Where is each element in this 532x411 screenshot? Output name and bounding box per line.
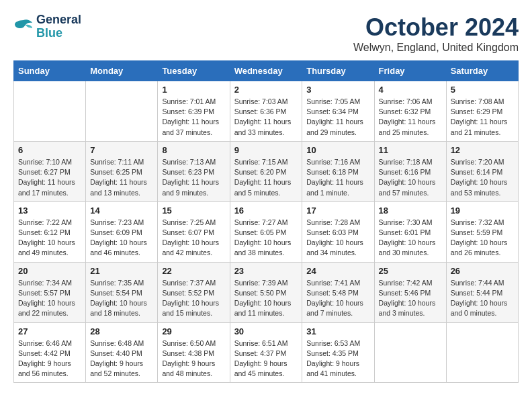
- calendar-table: SundayMondayTuesdayWednesdayThursdayFrid…: [13, 60, 519, 383]
- calendar-cell: 30Sunrise: 6:51 AMSunset: 4:37 PMDayligh…: [230, 322, 302, 383]
- header-cell-sunday: Sunday: [14, 61, 86, 81]
- calendar-cell: 3Sunrise: 7:05 AMSunset: 6:34 PMDaylight…: [302, 81, 374, 142]
- day-number: 3: [306, 85, 369, 95]
- day-number: 28: [90, 326, 153, 336]
- page-header: General Blue October 2024 Welwyn, Englan…: [13, 13, 519, 54]
- day-info: Sunrise: 7:32 AMSunset: 5:59 PMDaylight:…: [451, 218, 514, 259]
- header-cell-wednesday: Wednesday: [230, 61, 302, 81]
- calendar-cell: 6Sunrise: 7:10 AMSunset: 6:27 PMDaylight…: [14, 141, 86, 201]
- calendar-cell: 12Sunrise: 7:20 AMSunset: 6:14 PMDayligh…: [446, 141, 518, 201]
- day-number: 18: [379, 205, 442, 216]
- calendar-cell: 27Sunrise: 6:46 AMSunset: 4:42 PMDayligh…: [14, 322, 86, 383]
- day-info: Sunrise: 7:15 AMSunset: 6:20 PMDaylight:…: [234, 157, 298, 198]
- day-info: Sunrise: 6:46 AMSunset: 4:42 PMDaylight:…: [18, 338, 81, 379]
- day-info: Sunrise: 7:11 AMSunset: 6:25 PMDaylight:…: [90, 157, 153, 198]
- day-number: 30: [234, 326, 298, 336]
- week-row-4: 20Sunrise: 7:34 AMSunset: 5:57 PMDayligh…: [14, 262, 519, 322]
- calendar-header: SundayMondayTuesdayWednesdayThursdayFrid…: [14, 61, 519, 81]
- calendar-cell: 28Sunrise: 6:48 AMSunset: 4:40 PMDayligh…: [86, 322, 158, 383]
- day-number: 17: [306, 205, 369, 216]
- logo-icon: [13, 19, 34, 35]
- calendar-cell: 24Sunrise: 7:41 AMSunset: 5:48 PMDayligh…: [302, 262, 374, 322]
- calendar-cell: 17Sunrise: 7:28 AMSunset: 6:03 PMDayligh…: [302, 201, 374, 262]
- day-info: Sunrise: 7:34 AMSunset: 5:57 PMDaylight:…: [18, 278, 81, 319]
- day-info: Sunrise: 7:28 AMSunset: 6:03 PMDaylight:…: [306, 218, 369, 259]
- day-number: 10: [306, 145, 369, 155]
- calendar-cell: 26Sunrise: 7:44 AMSunset: 5:44 PMDayligh…: [446, 262, 518, 322]
- day-number: 7: [90, 145, 153, 155]
- day-info: Sunrise: 7:23 AMSunset: 6:09 PMDaylight:…: [90, 218, 153, 259]
- calendar-cell: [86, 81, 158, 142]
- header-cell-saturday: Saturday: [446, 61, 518, 81]
- calendar-cell: 22Sunrise: 7:37 AMSunset: 5:52 PMDayligh…: [158, 262, 230, 322]
- logo: General Blue: [13, 13, 81, 40]
- day-number: 5: [451, 85, 514, 95]
- day-info: Sunrise: 7:22 AMSunset: 6:12 PMDaylight:…: [18, 218, 81, 259]
- day-info: Sunrise: 7:05 AMSunset: 6:34 PMDaylight:…: [306, 97, 369, 138]
- calendar-cell: [14, 81, 86, 142]
- day-info: Sunrise: 7:13 AMSunset: 6:23 PMDaylight:…: [162, 157, 225, 198]
- header-cell-thursday: Thursday: [302, 61, 374, 81]
- day-number: 8: [162, 145, 225, 155]
- day-number: 14: [90, 205, 153, 216]
- title-block: October 2024 Welwyn, England, United Kin…: [353, 13, 519, 54]
- calendar-cell: 31Sunrise: 6:53 AMSunset: 4:35 PMDayligh…: [302, 322, 374, 383]
- calendar-cell: 2Sunrise: 7:03 AMSunset: 6:36 PMDaylight…: [230, 81, 302, 142]
- day-number: 19: [451, 205, 514, 216]
- week-row-5: 27Sunrise: 6:46 AMSunset: 4:42 PMDayligh…: [14, 322, 519, 383]
- day-info: Sunrise: 7:16 AMSunset: 6:18 PMDaylight:…: [306, 157, 369, 198]
- day-number: 27: [18, 326, 81, 336]
- day-info: Sunrise: 7:44 AMSunset: 5:44 PMDaylight:…: [451, 278, 514, 319]
- calendar-cell: 4Sunrise: 7:06 AMSunset: 6:32 PMDaylight…: [374, 81, 446, 142]
- day-number: 29: [162, 326, 225, 336]
- day-number: 21: [90, 266, 153, 276]
- calendar-cell: [374, 322, 446, 383]
- day-info: Sunrise: 7:37 AMSunset: 5:52 PMDaylight:…: [162, 278, 225, 319]
- calendar-cell: 18Sunrise: 7:30 AMSunset: 6:01 PMDayligh…: [374, 201, 446, 262]
- location: Welwyn, England, United Kingdom: [353, 42, 519, 54]
- calendar-cell: 29Sunrise: 6:50 AMSunset: 4:38 PMDayligh…: [158, 322, 230, 383]
- calendar-cell: 15Sunrise: 7:25 AMSunset: 6:07 PMDayligh…: [158, 201, 230, 262]
- day-info: Sunrise: 7:30 AMSunset: 6:01 PMDaylight:…: [379, 218, 442, 259]
- day-number: 24: [306, 266, 369, 276]
- day-number: 6: [18, 145, 81, 155]
- day-info: Sunrise: 7:01 AMSunset: 6:39 PMDaylight:…: [162, 97, 225, 138]
- day-number: 4: [379, 85, 442, 95]
- day-info: Sunrise: 7:20 AMSunset: 6:14 PMDaylight:…: [451, 157, 514, 198]
- day-info: Sunrise: 7:42 AMSunset: 5:46 PMDaylight:…: [379, 278, 442, 319]
- day-number: 11: [379, 145, 442, 155]
- week-row-2: 6Sunrise: 7:10 AMSunset: 6:27 PMDaylight…: [14, 141, 519, 201]
- day-info: Sunrise: 7:10 AMSunset: 6:27 PMDaylight:…: [18, 157, 81, 198]
- day-info: Sunrise: 7:03 AMSunset: 6:36 PMDaylight:…: [234, 97, 298, 138]
- day-number: 26: [451, 266, 514, 276]
- day-info: Sunrise: 7:08 AMSunset: 6:29 PMDaylight:…: [451, 97, 514, 138]
- day-number: 20: [18, 266, 81, 276]
- day-info: Sunrise: 6:50 AMSunset: 4:38 PMDaylight:…: [162, 338, 225, 379]
- day-number: 22: [162, 266, 225, 276]
- day-number: 12: [451, 145, 514, 155]
- day-number: 25: [379, 266, 442, 276]
- calendar-cell: 16Sunrise: 7:27 AMSunset: 6:05 PMDayligh…: [230, 201, 302, 262]
- header-cell-monday: Monday: [86, 61, 158, 81]
- day-number: 2: [234, 85, 298, 95]
- calendar-cell: 23Sunrise: 7:39 AMSunset: 5:50 PMDayligh…: [230, 262, 302, 322]
- calendar-cell: 19Sunrise: 7:32 AMSunset: 5:59 PMDayligh…: [446, 201, 518, 262]
- week-row-1: 1Sunrise: 7:01 AMSunset: 6:39 PMDaylight…: [14, 81, 519, 142]
- day-info: Sunrise: 6:51 AMSunset: 4:37 PMDaylight:…: [234, 338, 298, 379]
- calendar-cell: 9Sunrise: 7:15 AMSunset: 6:20 PMDaylight…: [230, 141, 302, 201]
- day-number: 15: [162, 205, 225, 216]
- calendar-cell: 10Sunrise: 7:16 AMSunset: 6:18 PMDayligh…: [302, 141, 374, 201]
- calendar-cell: 7Sunrise: 7:11 AMSunset: 6:25 PMDaylight…: [86, 141, 158, 201]
- header-cell-tuesday: Tuesday: [158, 61, 230, 81]
- day-info: Sunrise: 7:25 AMSunset: 6:07 PMDaylight:…: [162, 218, 225, 259]
- day-info: Sunrise: 7:39 AMSunset: 5:50 PMDaylight:…: [234, 278, 298, 319]
- day-info: Sunrise: 7:18 AMSunset: 6:16 PMDaylight:…: [379, 157, 442, 198]
- day-info: Sunrise: 6:53 AMSunset: 4:35 PMDaylight:…: [306, 338, 369, 379]
- day-number: 31: [306, 326, 369, 336]
- calendar-cell: 1Sunrise: 7:01 AMSunset: 6:39 PMDaylight…: [158, 81, 230, 142]
- week-row-3: 13Sunrise: 7:22 AMSunset: 6:12 PMDayligh…: [14, 201, 519, 262]
- day-number: 9: [234, 145, 298, 155]
- calendar-cell: 11Sunrise: 7:18 AMSunset: 6:16 PMDayligh…: [374, 141, 446, 201]
- day-info: Sunrise: 7:35 AMSunset: 5:54 PMDaylight:…: [90, 278, 153, 319]
- day-info: Sunrise: 7:06 AMSunset: 6:32 PMDaylight:…: [379, 97, 442, 138]
